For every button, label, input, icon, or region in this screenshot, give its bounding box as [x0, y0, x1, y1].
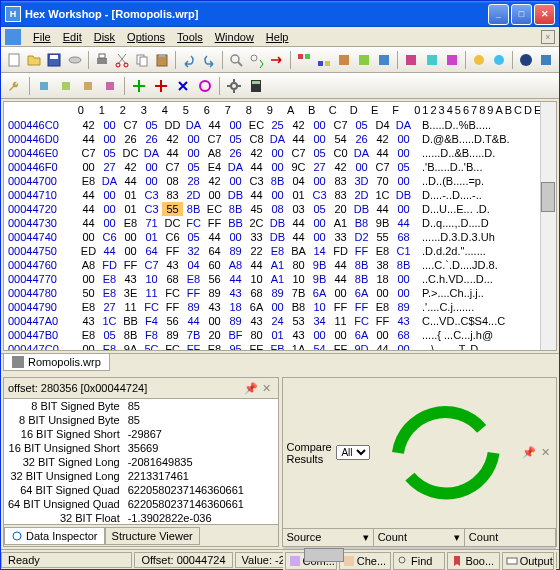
svg-rect-11 [159, 54, 165, 57]
tool-f-button[interactable] [402, 50, 420, 70]
compare-pin-icon[interactable]: 📌 [522, 446, 536, 460]
titlebar[interactable]: H Hex Workshop - [Romopolis.wrp] _ □ ✕ [1, 1, 559, 27]
find-next-button[interactable] [247, 50, 265, 70]
svg-rect-0 [9, 54, 19, 66]
paste-button[interactable] [153, 50, 171, 70]
op-4-button[interactable] [100, 76, 120, 96]
minimize-button[interactable]: _ [488, 4, 509, 25]
tool-a-button[interactable] [295, 50, 313, 70]
svg-rect-31 [106, 82, 114, 90]
op-7-button[interactable] [173, 76, 193, 96]
new-button[interactable] [5, 50, 23, 70]
undo-button[interactable] [180, 50, 198, 70]
menu-window[interactable]: Window [209, 29, 260, 45]
vertical-scrollbar[interactable] [540, 102, 556, 350]
tool-j-button[interactable] [490, 50, 508, 70]
svg-rect-23 [447, 55, 457, 65]
print-button[interactable] [93, 50, 111, 70]
file-tab[interactable]: Romopolis.wrp [3, 354, 110, 371]
op-8-button[interactable] [195, 76, 215, 96]
tool-b-button[interactable] [315, 50, 333, 70]
op-5-button[interactable] [129, 76, 149, 96]
menu-help[interactable]: Help [260, 29, 295, 45]
svg-rect-18 [339, 55, 349, 65]
bottom-panels: offset: 280356 [0x00044724] 📌✕ 8 BIT Sig… [3, 377, 557, 547]
file-tab-icon [12, 356, 24, 368]
goto-button[interactable] [268, 50, 286, 70]
status-ready: Ready [1, 552, 132, 568]
close-button[interactable]: ✕ [534, 4, 555, 25]
inspector-pin-icon[interactable]: 📌 [244, 381, 258, 395]
op-2-button[interactable] [56, 76, 76, 96]
doc-icon [5, 29, 21, 45]
mdi-close-icon[interactable]: × [541, 30, 555, 44]
compare-hscroll[interactable] [283, 547, 557, 549]
gear-button[interactable] [224, 76, 244, 96]
inspector-tabs: Data Inspector Structure Viewer [4, 524, 278, 546]
scrollbar-thumb[interactable] [541, 182, 555, 212]
tool-d-button[interactable] [355, 50, 373, 70]
svg-rect-2 [50, 55, 58, 59]
save-button[interactable] [45, 50, 63, 70]
maximize-button[interactable]: □ [511, 4, 532, 25]
checksum-button[interactable]: Che... [339, 552, 391, 570]
col-count-2[interactable]: Count [465, 529, 556, 546]
hex-editor[interactable]: 0123456789ABCDEF 0123456789ABCDEF 000446… [3, 101, 557, 351]
menu-options[interactable]: Options [121, 29, 171, 45]
svg-point-12 [231, 55, 239, 63]
tool-c-button[interactable] [335, 50, 353, 70]
menu-file[interactable]: File [27, 29, 57, 45]
find-button[interactable] [227, 50, 245, 70]
op-1-button[interactable] [34, 76, 54, 96]
tool-h-button[interactable] [443, 50, 461, 70]
copy-button[interactable] [133, 50, 151, 70]
menu-tools[interactable]: Tools [171, 29, 209, 45]
app-icon: H [5, 6, 21, 22]
svg-rect-29 [62, 82, 70, 90]
svg-point-26 [520, 54, 532, 66]
op-6-button[interactable] [151, 76, 171, 96]
window-title: Hex Workshop - [Romopolis.wrp] [25, 8, 488, 20]
cut-button[interactable] [113, 50, 131, 70]
svg-rect-14 [298, 54, 303, 59]
svg-point-36 [13, 532, 21, 540]
svg-rect-15 [305, 54, 310, 59]
tab-data-inspector[interactable]: Data Inspector [4, 527, 105, 545]
open-button[interactable] [25, 50, 43, 70]
disk-button[interactable] [65, 50, 83, 70]
svg-point-24 [474, 55, 484, 65]
hscroll-thumb[interactable] [304, 548, 344, 562]
tool-e-button[interactable] [375, 50, 393, 70]
app-window: H Hex Workshop - [Romopolis.wrp] _ □ ✕ F… [0, 0, 560, 570]
inspector-close-icon[interactable]: ✕ [260, 381, 274, 395]
refresh-icon[interactable] [374, 381, 518, 525]
bookmarks-button[interactable]: Boo... [447, 552, 499, 570]
inspector-body[interactable]: 8 BIT Signed Byte858 BIT Unsigned Byte85… [4, 399, 278, 524]
svg-rect-40 [507, 558, 517, 564]
tool-i-button[interactable] [470, 50, 488, 70]
svg-rect-28 [40, 82, 48, 90]
compare-header: Compare Results All 📌✕ [283, 378, 557, 529]
hex-body[interactable]: 000446C04200C705DDDA4400EC254200C705D4DA… [4, 118, 556, 350]
ascii-header: 0123456789ABCDEF [414, 104, 552, 116]
find-panel-button[interactable]: Find [393, 552, 445, 570]
compare-columns: Source▾ Count▾ Count [283, 529, 557, 547]
toolbar-1 [1, 47, 559, 73]
col-count-1[interactable]: Count▾ [374, 529, 465, 546]
tool-g-button[interactable] [422, 50, 440, 70]
menu-disk[interactable]: Disk [88, 29, 121, 45]
svg-rect-38 [344, 556, 354, 566]
menu-edit[interactable]: Edit [57, 29, 88, 45]
compare-filter-select[interactable]: All [336, 445, 370, 460]
redo-button[interactable] [200, 50, 218, 70]
col-source[interactable]: Source▾ [283, 529, 374, 546]
op-3-button[interactable] [78, 76, 98, 96]
tab-structure-viewer[interactable]: Structure Viewer [105, 527, 200, 545]
tool-l-button[interactable] [537, 50, 555, 70]
calc-button[interactable] [246, 76, 266, 96]
svg-rect-5 [99, 54, 105, 58]
wrench-button[interactable] [5, 76, 25, 96]
tool-k-button[interactable] [517, 50, 535, 70]
output-button[interactable]: Output [502, 552, 554, 570]
compare-close-icon[interactable]: ✕ [538, 446, 552, 460]
